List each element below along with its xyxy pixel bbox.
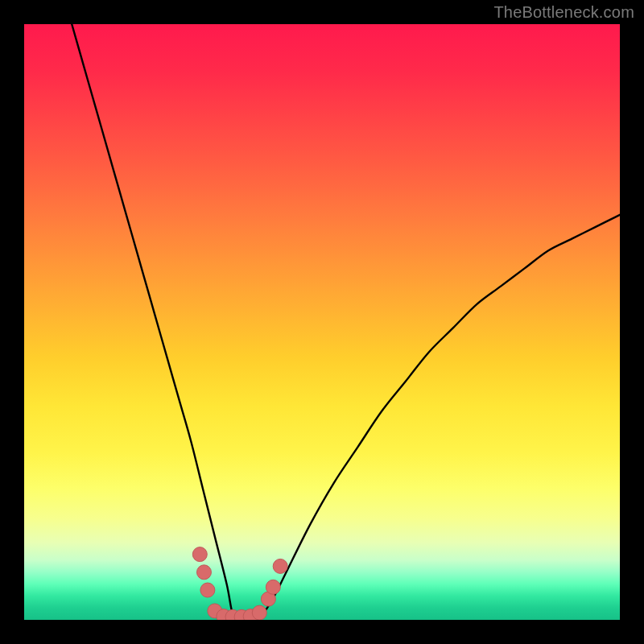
- curve-marker: [192, 547, 207, 562]
- curve-marker: [266, 580, 280, 594]
- bottleneck-curve-path: [72, 24, 620, 617]
- marker-cluster: [192, 547, 287, 620]
- curve-marker: [252, 605, 266, 620]
- curve-marker: [196, 565, 211, 580]
- curve-marker: [273, 559, 287, 573]
- watermark-label: TheBottleneck.com: [493, 3, 634, 22]
- curve-marker: [200, 583, 215, 597]
- chart-plot-area: [24, 24, 620, 620]
- bottleneck-curve-svg: [24, 24, 620, 620]
